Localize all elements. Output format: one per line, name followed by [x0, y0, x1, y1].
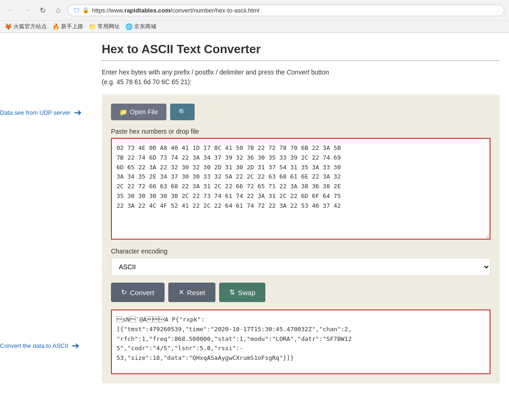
action-buttons: ↻ Convert ✕ Reset ⇅ Swap: [111, 283, 491, 302]
bookmark-jd[interactable]: 🌐 京东商城: [125, 23, 156, 31]
bookmarks-bar: 🦊 火狐官方站点 🔥 新手上路 📁 常用网址 🌐 京东商城: [0, 20, 509, 32]
url-path: /convert/number/hex-to-ascii.html: [171, 7, 259, 14]
arrow-right-icon: ➔: [74, 107, 82, 118]
open-file-label: Open File: [130, 108, 158, 116]
reset-label: Reset: [187, 289, 205, 296]
desc-example: (e.g. 45 78 61 6d 70 6C 65 21):: [102, 78, 192, 86]
ascii-output: sN ¨@A A P{"rxpk": [{"tmst":479260539…: [111, 309, 491, 374]
page-title: Hex to ASCII Text Converter: [102, 42, 500, 61]
desc-line1: Enter hex bytes with any prefix / postfi…: [102, 68, 285, 76]
convert-label: Convert: [130, 289, 154, 296]
url-display: https://www.rapidtables.com/convert/numb…: [92, 7, 259, 14]
top-button-row: 📁 Open File 🔍: [111, 104, 491, 120]
back-button[interactable]: ←: [5, 4, 18, 17]
desc-line2: button: [311, 68, 329, 76]
annotation-udp: Data see from UDP server ➔: [0, 107, 102, 118]
swap-icon: ⇅: [229, 288, 235, 296]
converter-box: 📁 Open File 🔍 Paste hex numbers or drop …: [102, 94, 500, 383]
annotation-ascii: Convert the data to ASCII ➔: [0, 340, 102, 351]
desc-italic: Convert: [287, 68, 309, 76]
x-icon: ✕: [178, 288, 184, 296]
page-content: Data see from UDP server ➔ Convert the d…: [0, 33, 509, 393]
url-domain: rapidtables.com: [124, 7, 171, 14]
hex-input[interactable]: 02 73 4E 00 A8 40 41 1D 17 8C 41 50 7B 2…: [111, 138, 491, 240]
refresh-button[interactable]: ↻: [36, 4, 49, 17]
encoding-select[interactable]: ASCII UTF-8 ISO-8859-1 Windows-1252: [111, 258, 491, 276]
bookmark-newuser-label: 新手上路: [61, 23, 83, 31]
description: Enter hex bytes with any prefix / postfi…: [102, 68, 500, 87]
annotation-ascii-label: Convert the data to ASCII: [0, 342, 68, 349]
bookmark-jd-label: 京东商城: [134, 23, 156, 31]
bookmark-newuser[interactable]: 🔥 新手上路: [52, 23, 83, 31]
refresh-icon: ↻: [121, 288, 127, 296]
bookmark-common-label: 常用网址: [98, 23, 120, 31]
folder-icon: 📁: [119, 108, 127, 116]
arrow-right-2-icon: ➔: [72, 340, 80, 351]
convert-button[interactable]: ↻ Convert: [111, 283, 165, 302]
main-content: Hex to ASCII Text Converter Enter hex by…: [102, 42, 509, 383]
search-button[interactable]: 🔍: [170, 104, 195, 120]
browser-chrome: ← → ↻ ⌂ 🛡 🔒 https://www.rapidtables.com/…: [0, 0, 509, 33]
swap-label: Swap: [238, 289, 256, 296]
bookmark-foxfire[interactable]: 🦊 火狐官方站点: [5, 23, 47, 31]
forward-button[interactable]: →: [20, 4, 33, 17]
common-icon: 📁: [89, 23, 96, 30]
lock-icon: 🔒: [82, 7, 89, 13]
open-file-button[interactable]: 📁 Open File: [111, 104, 166, 120]
browser-toolbar: ← → ↻ ⌂ 🛡 🔒 https://www.rapidtables.com/…: [0, 0, 509, 20]
paste-label: Paste hex numbers or drop file: [111, 128, 491, 135]
search-icon: 🔍: [178, 108, 186, 116]
address-bar[interactable]: 🛡 🔒 https://www.rapidtables.com/convert/…: [67, 5, 504, 16]
jd-icon: 🌐: [125, 23, 133, 30]
left-annotations: Data see from UDP server ➔ Convert the d…: [0, 42, 102, 383]
swap-button[interactable]: ⇅ Swap: [219, 283, 266, 302]
foxfire-icon: 🦊: [5, 23, 12, 30]
url-prefix: https://www.: [92, 7, 124, 14]
newuser-icon: 🔥: [52, 23, 60, 30]
bookmark-foxfire-label: 火狐官方站点: [13, 23, 47, 31]
reset-button[interactable]: ✕ Reset: [168, 283, 215, 302]
annotation-udp-label: Data see from UDP server: [0, 109, 70, 116]
bookmark-common[interactable]: 📁 常用网址: [89, 23, 120, 31]
home-button[interactable]: ⌂: [52, 4, 65, 17]
encoding-label: Character encoding: [111, 247, 491, 255]
shield-icon: 🛡: [74, 7, 80, 14]
